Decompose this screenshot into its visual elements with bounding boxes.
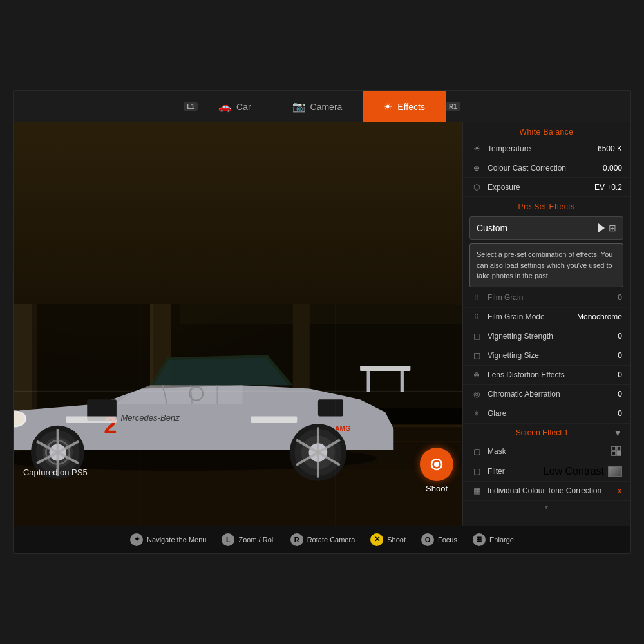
exposure-label: Exposure: [488, 183, 594, 192]
lens-distortion-row[interactable]: ⊗ Lens Distortion Effects 0: [463, 366, 630, 385]
svg-rect-61: [367, 371, 370, 392]
cursor-arrow: [598, 223, 605, 232]
focus-label: Focus: [438, 536, 457, 544]
screen-effect-title: Screen Effect 1: [471, 428, 613, 437]
colour-cast-label: Colour Cast Correction: [488, 164, 603, 173]
svg-text:2: 2: [104, 412, 117, 439]
zoom-btn-icon: L: [222, 533, 234, 546]
chromatic-aberration-row[interactable]: ◎ Chromatic Aberration 0: [463, 385, 630, 404]
toolbar-shoot[interactable]: ✕ Shoot: [370, 533, 406, 546]
main-frame: L1 🚗 Car 📷 Camera ☀ Effects R1: [13, 90, 631, 554]
svg-rect-96: [617, 451, 621, 455]
lens-distortion-icon: ⊗: [471, 369, 482, 381]
mask-icon: ▢: [471, 446, 482, 457]
svg-rect-65: [66, 416, 117, 422]
film-grain-mode-value: Monochrome: [577, 312, 622, 321]
individual-colour-expand: »: [618, 486, 622, 495]
tab-car-label: Car: [236, 102, 251, 112]
vignetting-size-value: 0: [618, 351, 622, 360]
svg-text:Mercedes-Benz: Mercedes-Benz: [120, 413, 180, 422]
svg-rect-94: [617, 446, 621, 450]
tab-camera[interactable]: 📷 Camera: [272, 91, 363, 122]
glare-icon: ✳: [471, 408, 482, 419]
individual-colour-row[interactable]: ▦ Individual Colour Tone Correction »: [463, 482, 630, 501]
filter-label: Filter: [488, 467, 544, 476]
shoot-circle: [420, 448, 453, 481]
filter-thumbnail: [608, 466, 622, 477]
screen-effect-header: Screen Effect 1 ▼: [463, 424, 630, 442]
svg-rect-62: [401, 371, 404, 392]
main-content: 2: [14, 122, 630, 526]
filter-value-text: Low Contrast: [544, 466, 604, 477]
parking-structure: 2: [14, 122, 462, 526]
svg-point-92: [434, 462, 439, 467]
filter-value-container: Low Contrast: [544, 466, 622, 477]
rotate-btn-icon: R: [290, 533, 303, 546]
filter-row[interactable]: ▢ Filter Low Contrast: [463, 462, 630, 482]
lens-distortion-label: Lens Distortion Effects: [488, 370, 618, 379]
film-grain-row[interactable]: ⁞⁞ Film Grain 0: [463, 289, 630, 308]
right-badge: R1: [446, 102, 460, 111]
colour-cast-icon: ⊕: [471, 162, 482, 174]
temperature-value: 6500 K: [598, 144, 622, 153]
temperature-label: Temperature: [488, 144, 598, 153]
individual-colour-label: Individual Colour Tone Correction: [488, 486, 618, 495]
vignetting-size-icon: ◫: [471, 350, 482, 361]
mask-row[interactable]: ▢ Mask: [463, 442, 630, 462]
right-panel: White Balance ☀ Temperature 6500 K ⊕ Col…: [462, 122, 630, 526]
chromatic-aberration-value: 0: [618, 390, 622, 399]
colour-cast-row[interactable]: ⊕ Colour Cast Correction 0.000: [463, 158, 630, 178]
toolbar-zoom: L Zoom / Roll: [222, 533, 274, 546]
svg-rect-93: [612, 446, 616, 450]
screen-effect-arrow: ▼: [613, 428, 622, 438]
rotate-label: Rotate Camera: [307, 536, 355, 544]
vignetting-strength-icon: ◫: [471, 330, 482, 342]
chromatic-aberration-label: Chromatic Aberration: [488, 390, 618, 399]
toolbar-focus: O Focus: [421, 533, 457, 546]
temperature-row[interactable]: ☀ Temperature 6500 K: [463, 139, 630, 158]
glare-row[interactable]: ✳ Glare 0: [463, 404, 630, 424]
car-icon: 🚗: [218, 100, 231, 113]
svg-rect-95: [612, 451, 616, 455]
exposure-row[interactable]: ⬡ Exposure EV +0.2: [463, 178, 630, 197]
film-grain-icon: ⁞⁞: [471, 292, 482, 303]
preset-dropdown[interactable]: Custom ⊞: [469, 216, 623, 240]
shoot-button[interactable]: Shoot: [420, 448, 453, 493]
enlarge-label: Enlarge: [489, 536, 514, 544]
enlarge-btn-icon: ⊞: [473, 533, 486, 546]
svg-rect-60: [360, 366, 410, 371]
film-grain-mode-icon: ⁞⁞: [471, 311, 482, 323]
tab-effects-label: Effects: [397, 102, 425, 112]
lens-distortion-value: 0: [618, 370, 622, 379]
preset-grid-icon: ⊞: [609, 223, 616, 233]
individual-colour-icon: ▦: [471, 485, 482, 497]
svg-text:AMG: AMG: [335, 425, 350, 432]
ceiling: [14, 122, 462, 304]
vignetting-strength-row[interactable]: ◫ Vignetting Strength 0: [463, 327, 630, 346]
exposure-icon: ⬡: [471, 182, 482, 193]
camera-view: 2: [14, 122, 462, 526]
vignetting-size-row[interactable]: ◫ Vignetting Size 0: [463, 346, 630, 366]
svg-rect-66: [251, 416, 298, 422]
bottom-toolbar: ✦ Navigate the Menu L Zoom / Roll R Rota…: [14, 526, 630, 553]
shoot-toolbar-label: Shoot: [387, 536, 406, 544]
toolbar-rotate: R Rotate Camera: [290, 533, 355, 546]
left-badge: L1: [184, 102, 198, 111]
top-nav: L1 🚗 Car 📷 Camera ☀ Effects R1: [14, 91, 630, 122]
vignetting-size-label: Vignetting Size: [488, 351, 618, 360]
navigate-label: Navigate the Menu: [147, 536, 206, 544]
shoot-toolbar-btn-icon: ✕: [370, 533, 383, 546]
vignetting-strength-value: 0: [618, 332, 622, 341]
film-grain-mode-row[interactable]: ⁞⁞ Film Grain Mode Monochrome: [463, 308, 630, 327]
svg-rect-54: [318, 399, 343, 416]
tab-effects[interactable]: ☀ Effects: [363, 91, 446, 122]
scroll-hint: ▼: [463, 501, 630, 513]
preset-dropdown-text: Custom: [477, 223, 609, 233]
camera-background: 2: [14, 122, 462, 526]
tab-car[interactable]: 🚗 Car: [198, 91, 272, 122]
captured-text: Captured on PS5: [23, 468, 88, 477]
film-grain-mode-label: Film Grain Mode: [488, 312, 577, 321]
film-grain-value: 0: [618, 293, 622, 302]
toolbar-navigate: ✦ Navigate the Menu: [130, 533, 206, 546]
effects-sun-icon: ☀: [383, 100, 392, 113]
